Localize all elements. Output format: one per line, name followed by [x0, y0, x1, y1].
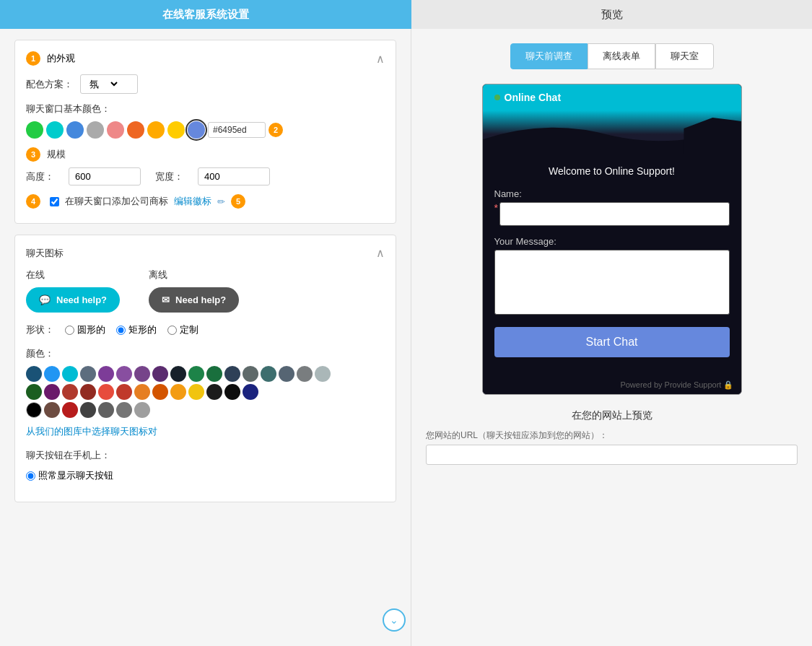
- palette-dot[interactable]: [98, 402, 114, 418]
- palette-dot[interactable]: [116, 402, 132, 418]
- palette-dot[interactable]: [224, 366, 240, 382]
- palette-dot[interactable]: [243, 384, 258, 400]
- swatch-orange-red[interactable]: [127, 121, 144, 139]
- offline-label: 离线: [149, 269, 239, 281]
- palette-dot[interactable]: [243, 366, 258, 382]
- height-input[interactable]: [69, 167, 141, 185]
- palette-dot[interactable]: [134, 366, 150, 382]
- edit-pencil-icon[interactable]: ✏: [217, 196, 225, 207]
- palette-dot[interactable]: [26, 366, 42, 382]
- palette-dot[interactable]: [62, 366, 78, 382]
- appearance-title-row: 1 的外观: [26, 51, 75, 66]
- palette-dot[interactable]: [80, 366, 96, 382]
- palette-dot[interactable]: [170, 366, 186, 382]
- palette-dot[interactable]: [80, 402, 96, 418]
- offline-icon-col: 离线 ✉ Need help?: [149, 269, 239, 313]
- palette-dot[interactable]: [134, 384, 150, 400]
- welcome-text: Welcome to Online Support!: [494, 165, 730, 177]
- swatch-green[interactable]: [26, 121, 43, 139]
- color-swatches: 2: [26, 121, 385, 139]
- swatch-yellow[interactable]: [167, 121, 185, 139]
- palette-dot[interactable]: [170, 384, 186, 400]
- palette-dot[interactable]: [152, 366, 168, 382]
- palette-dot[interactable]: [116, 366, 132, 382]
- name-input-preview[interactable]: [499, 202, 730, 226]
- appearance-collapse-btn[interactable]: ∧: [376, 52, 385, 66]
- edit-logo-link[interactable]: 编辑徽标: [174, 195, 211, 208]
- scroll-down-btn[interactable]: ⌄: [383, 608, 406, 632]
- required-star: *: [494, 202, 498, 214]
- url-input[interactable]: [426, 445, 798, 465]
- palette-dot[interactable]: [261, 366, 276, 382]
- shape-custom-radio[interactable]: [167, 326, 177, 335]
- gallery-link[interactable]: 从我们的图库中选择聊天图标对: [26, 426, 157, 437]
- start-chat-button[interactable]: Start Chat: [494, 327, 730, 357]
- swatch-orange[interactable]: [147, 121, 165, 139]
- widget-body: Welcome to Online Support! Name: * Your …: [483, 154, 741, 376]
- palette-dot[interactable]: [224, 384, 240, 400]
- swatch-blue[interactable]: [66, 121, 84, 139]
- palette-dot[interactable]: [206, 384, 222, 400]
- appearance-section-title: 的外观: [47, 53, 75, 64]
- online-label: 在线: [26, 269, 120, 281]
- palette-dot[interactable]: [188, 384, 204, 400]
- shape-rect-radio[interactable]: [116, 326, 126, 335]
- step5-badge: 5: [231, 194, 245, 209]
- mobile-btn-label: 聊天按钮在手机上：: [26, 450, 110, 461]
- palette-dot[interactable]: [315, 366, 331, 382]
- palette-dot[interactable]: [297, 366, 313, 382]
- size-row: 高度： 宽度：: [26, 167, 385, 185]
- palette-dot[interactable]: [134, 402, 150, 418]
- offline-chat-btn[interactable]: ✉ Need help?: [149, 287, 239, 313]
- step4-badge: 4: [26, 194, 40, 209]
- right-panel-header: 预览: [411, 0, 812, 29]
- palette-dot[interactable]: [152, 384, 168, 400]
- shape-circle-radio[interactable]: [65, 326, 74, 335]
- swatch-cyan[interactable]: [46, 121, 64, 139]
- swatch-pink[interactable]: [107, 121, 124, 139]
- mobile-show-option[interactable]: 照常显示聊天按钮: [26, 469, 113, 482]
- online-chat-btn[interactable]: 💬 Need help?: [26, 287, 120, 313]
- step3-badge: 3: [26, 147, 40, 162]
- tab-offline-form[interactable]: 离线表单: [588, 43, 655, 69]
- palette-dot[interactable]: [44, 366, 60, 382]
- left-panel-header: 在线客服系统设置: [0, 0, 411, 29]
- powered-by-footer: Powered by Provide Support 🔒: [483, 376, 741, 394]
- palette-row1: [26, 366, 385, 382]
- shape-custom-option[interactable]: 定制: [167, 323, 198, 336]
- step1-badge: 1: [26, 51, 40, 66]
- palette-dot[interactable]: [206, 366, 222, 382]
- palette-dot[interactable]: [80, 384, 96, 400]
- palette-dot[interactable]: [279, 366, 294, 382]
- online-indicator-dot: [494, 95, 500, 100]
- color-hex-input[interactable]: [208, 122, 266, 138]
- palette-dot[interactable]: [62, 402, 78, 418]
- swatch-selected[interactable]: [188, 121, 205, 139]
- palette-dot[interactable]: [26, 402, 42, 418]
- shape-circle-option[interactable]: 圆形的: [65, 323, 105, 336]
- width-input[interactable]: [198, 167, 270, 185]
- palette-dot[interactable]: [98, 366, 114, 382]
- message-field-label: Your Message:: [494, 236, 730, 247]
- left-panel: 1 的外观 ∧ 配色方案： 氛 默认 海洋 森林: [0, 29, 411, 646]
- palette-dot[interactable]: [98, 384, 114, 400]
- color-scheme-select[interactable]: 氛 默认 海洋 森林: [80, 74, 138, 94]
- mobile-show-radio[interactable]: [26, 471, 35, 481]
- palette-dot[interactable]: [44, 402, 60, 418]
- logo-checkbox[interactable]: [50, 197, 59, 206]
- mobile-option-row: 照常显示聊天按钮: [26, 469, 385, 482]
- tab-pre-chat[interactable]: 聊天前调查: [510, 43, 588, 69]
- swatch-gray[interactable]: [87, 121, 104, 139]
- shape-row: 形状： 圆形的 矩形的 定制: [26, 323, 385, 336]
- chat-bubble-icon: 💬: [39, 294, 51, 305]
- color-scheme-dropdown[interactable]: 氛 默认 海洋 森林: [87, 78, 120, 90]
- message-textarea-preview[interactable]: [494, 250, 730, 315]
- palette-dot[interactable]: [188, 366, 204, 382]
- palette-dot[interactable]: [62, 384, 78, 400]
- palette-dot[interactable]: [116, 384, 132, 400]
- chat-icon-collapse-btn[interactable]: ∧: [376, 246, 385, 260]
- tab-chat-room[interactable]: 聊天室: [655, 43, 714, 69]
- palette-dot[interactable]: [26, 384, 42, 400]
- palette-dot[interactable]: [44, 384, 60, 400]
- shape-rect-option[interactable]: 矩形的: [116, 323, 157, 336]
